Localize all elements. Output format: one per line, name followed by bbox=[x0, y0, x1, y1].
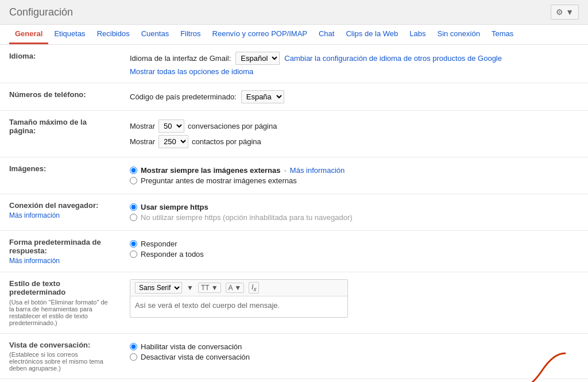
value-vista: Habilitar vista de conversación Desactiv… bbox=[121, 334, 588, 379]
editor-body[interactable]: Así se verá el texto del cuerpo del mens… bbox=[130, 296, 347, 317]
tamano-row1-prefix: Mostrar bbox=[130, 122, 155, 130]
tab-sin-conexion[interactable]: Sin conexión bbox=[431, 25, 485, 44]
telefono-select[interactable]: España bbox=[241, 90, 284, 103]
row-respuesta: Forma predeterminada de respuesta: Más i… bbox=[0, 231, 588, 272]
imagenes-option2-label: Preguntar antes de mostrar imágenes exte… bbox=[141, 176, 297, 185]
tab-recibidos[interactable]: Recibidos bbox=[91, 25, 136, 44]
tamano-row2-prefix: Mostrar bbox=[130, 137, 155, 146]
font-color-button[interactable]: A ▼ bbox=[226, 283, 245, 293]
estilo-sub-label: (Usa el botón "Eliminar formato" de la b… bbox=[9, 299, 111, 326]
tab-temas[interactable]: Temas bbox=[486, 25, 519, 44]
value-estilo: Sans Serif ▼ TT ▼ A ▼ Ix Así se verá el … bbox=[121, 272, 588, 334]
conexion-radio2[interactable] bbox=[130, 214, 137, 221]
tab-general[interactable]: General bbox=[9, 25, 48, 44]
imagenes-option1-label: Mostrar siempre las imágenes externas bbox=[141, 166, 281, 175]
respuesta-option2-label: Responder a todos bbox=[141, 250, 204, 258]
vista-radio2[interactable] bbox=[130, 353, 137, 361]
row-imagenes: Imágenes: Mostrar siempre las imágenes e… bbox=[0, 157, 588, 194]
page-header: Configuración ⚙ ▼ bbox=[0, 0, 588, 25]
editor-toolbar: Sans Serif ▼ TT ▼ A ▼ Ix bbox=[130, 280, 347, 296]
label-respuesta: Forma predeterminada de respuesta: Más i… bbox=[0, 231, 121, 272]
idioma-select[interactable]: Español bbox=[235, 52, 280, 65]
tab-cuentas[interactable]: Cuentas bbox=[136, 25, 175, 44]
row-tamano: Tamaño máximo de la página: Mostrar 50 c… bbox=[0, 111, 588, 157]
respuesta-sub-link[interactable]: Más información bbox=[9, 257, 111, 265]
conexion-radio1[interactable] bbox=[130, 203, 137, 211]
respuesta-radio2[interactable] bbox=[130, 250, 137, 258]
label-telefono: Números de teléfono: bbox=[0, 83, 121, 111]
row-google-plus: Enviar correo electrónico a través de Go… bbox=[0, 379, 588, 383]
idioma-field-label: Idioma de la interfaz de Gmail: bbox=[130, 54, 231, 63]
separator1: ▼ bbox=[187, 284, 194, 292]
imagenes-radio1[interactable] bbox=[130, 167, 137, 174]
tab-etiquetas[interactable]: Etiquetas bbox=[48, 25, 91, 44]
tab-chat[interactable]: Chat bbox=[313, 25, 340, 44]
tamano-conversations-select[interactable]: 50 bbox=[158, 119, 184, 133]
font-select[interactable]: Sans Serif bbox=[135, 282, 182, 294]
row-vista: Vista de conversación: (Establece si los… bbox=[0, 334, 588, 379]
imagenes-radio2[interactable] bbox=[130, 177, 137, 184]
idioma-link2[interactable]: Mostrar todas las opciones de idioma bbox=[130, 67, 253, 76]
label-idioma: Idioma: bbox=[0, 45, 121, 83]
tab-reenvio[interactable]: Reenvío y correo POP/IMAP bbox=[207, 25, 313, 44]
row-conexion: Conexión del navegador: Más información … bbox=[0, 194, 588, 231]
tamano-row1-suffix: conversaciones por página bbox=[188, 122, 277, 130]
imagenes-link[interactable]: Más información bbox=[290, 166, 345, 175]
value-telefono: Código de país predeterminado: España bbox=[121, 83, 588, 111]
tamano-row2-suffix: contactos por página bbox=[192, 137, 261, 146]
label-tamano: Tamaño máximo de la página: bbox=[0, 111, 121, 157]
font-size-button[interactable]: TT ▼ bbox=[198, 283, 221, 293]
respuesta-radio1[interactable] bbox=[130, 240, 137, 248]
value-conexion: Usar siempre https No utilizar siempre h… bbox=[121, 194, 588, 231]
settings-table: Idioma: Idioma de la interfaz de Gmail: … bbox=[0, 45, 588, 382]
vista-sub-label: (Establece si los correos electrónicos s… bbox=[9, 351, 111, 372]
gear-icon: ⚙ bbox=[556, 7, 563, 17]
respuesta-option1-label: Responder bbox=[141, 240, 177, 248]
vista-radio1[interactable] bbox=[130, 343, 137, 350]
value-imagenes: Mostrar siempre las imágenes externas - … bbox=[121, 157, 588, 194]
value-respuesta: Responder Responder a todos bbox=[121, 231, 588, 272]
label-conexion: Conexión del navegador: Más información bbox=[0, 194, 121, 231]
page-title: Configuración bbox=[9, 6, 73, 18]
value-tamano: Mostrar 50 conversaciones por página Mos… bbox=[121, 111, 588, 157]
value-idioma: Idioma de la interfaz de Gmail: Español … bbox=[121, 45, 588, 83]
tab-labs[interactable]: Labs bbox=[404, 25, 431, 44]
remove-format-button[interactable]: Ix bbox=[249, 282, 259, 294]
conexion-sub-link[interactable]: Más información bbox=[9, 211, 111, 219]
row-estilo: Estilo de texto predeterminado (Usa el b… bbox=[0, 272, 588, 334]
idioma-link1[interactable]: Cambiar la configuración de idioma de ot… bbox=[284, 54, 502, 63]
label-google-plus: Enviar correo electrónico a través de Go… bbox=[0, 379, 121, 383]
text-editor-box: Sans Serif ▼ TT ▼ A ▼ Ix Así se verá el … bbox=[130, 279, 348, 318]
vista-option1-label: Habilitar vista de conversación bbox=[141, 342, 242, 351]
value-google-plus: ¿Quién puede enviarte correo electrónico… bbox=[121, 379, 588, 383]
conexion-option2-label: No utilizar siempre https (opción inhabi… bbox=[141, 213, 353, 222]
telefono-field-label: Código de país predeterminado: bbox=[130, 92, 237, 101]
vista-option2-label: Desactivar vista de conversación bbox=[141, 353, 250, 361]
conexion-option1-label: Usar siempre https bbox=[141, 203, 208, 211]
settings-content: Idioma: Idioma de la interfaz de Gmail: … bbox=[0, 45, 588, 382]
gear-button[interactable]: ⚙ ▼ bbox=[551, 5, 579, 20]
label-imagenes: Imágenes: bbox=[0, 157, 121, 194]
editor-sample-text: Así se verá el texto del cuerpo del mens… bbox=[135, 301, 280, 310]
tamano-contacts-select[interactable]: 250 bbox=[158, 135, 188, 148]
label-estilo: Estilo de texto predeterminado (Usa el b… bbox=[0, 272, 121, 334]
tab-clips[interactable]: Clips de la Web bbox=[340, 25, 404, 44]
gear-dropdown-arrow: ▼ bbox=[566, 7, 574, 17]
label-vista: Vista de conversación: (Establece si los… bbox=[0, 334, 121, 379]
row-telefono: Números de teléfono: Código de país pred… bbox=[0, 83, 588, 111]
tab-filtros[interactable]: Filtros bbox=[175, 25, 206, 44]
row-idioma: Idioma: Idioma de la interfaz de Gmail: … bbox=[0, 45, 588, 83]
nav-tabs: General Etiquetas Recibidos Cuentas Filt… bbox=[0, 25, 588, 45]
